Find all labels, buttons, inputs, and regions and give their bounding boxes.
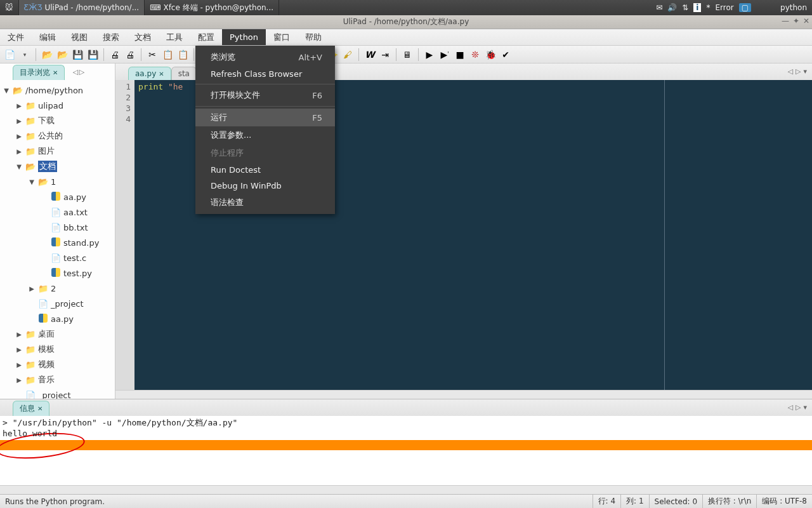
tree-label: 公共的 — [38, 130, 63, 142]
folder-open-icon — [38, 177, 48, 187]
menuitem[interactable]: 运行F5 — [195, 109, 335, 126]
menuitem[interactable]: 语法检查 — [195, 194, 335, 211]
tree-row[interactable]: ▶视频 — [0, 357, 115, 372]
menu-帮助[interactable]: 帮助 — [298, 29, 329, 45]
editor-scrollbar[interactable] — [115, 390, 812, 399]
print-preview-icon[interactable]: 🖨 — [123, 48, 137, 62]
debug-icon[interactable]: 🐞 — [483, 48, 497, 62]
menuitem[interactable]: Debug In WinPdb — [195, 178, 335, 194]
close-button[interactable]: ✕ — [803, 17, 809, 25]
menuitem[interactable]: Refresh Class Browser — [195, 66, 335, 82]
minimize-button[interactable]: — — [782, 17, 789, 25]
display-icon[interactable]: ▢ — [739, 3, 751, 12]
tree-row[interactable]: _project — [0, 296, 115, 311]
menu-工具[interactable]: 工具 — [159, 29, 190, 45]
taskbar-app-terminal[interactable]: ⌨ Xfce 终端 - python@python... — [145, 0, 279, 15]
tree-row[interactable]: ▼1 — [0, 174, 115, 189]
error-label[interactable]: Error — [715, 3, 733, 12]
xfce-menu-button[interactable]: 🐭 — [0, 0, 19, 15]
menu-文件[interactable]: 文件 — [0, 29, 32, 45]
run-args-icon[interactable]: ▶' — [438, 48, 452, 62]
tree-row[interactable]: bb.txt — [0, 220, 115, 235]
code-text[interactable]: print "he — [134, 80, 187, 390]
output-scrollbar[interactable] — [0, 485, 812, 494]
tab-menu-icon[interactable]: ▾ — [803, 67, 807, 76]
tree-row[interactable]: ▶下载 — [0, 113, 115, 128]
next-tab-icon[interactable]: ▷ — [796, 67, 801, 76]
terminal-icon[interactable]: 🖥 — [400, 48, 414, 62]
menu-配置[interactable]: 配置 — [190, 29, 222, 45]
prev-tab-icon[interactable]: ◁ — [788, 67, 793, 76]
wrap-icon[interactable]: W — [363, 48, 377, 62]
user-label[interactable]: python — [780, 3, 807, 12]
output-text[interactable]: > "/usr/bin/python" -u "/home/python/文档/… — [0, 416, 812, 485]
file-tree[interactable]: ▼/home/python▶ulipad▶下载▶公共的▶图片▼文档▼1aa.py… — [0, 80, 115, 399]
tree-row[interactable]: aa.py — [0, 189, 115, 204]
menu-窗口[interactable]: 窗口 — [266, 29, 298, 45]
next-tab-icon[interactable]: ▷ — [79, 68, 84, 76]
volume-icon[interactable]: 🔊 — [667, 3, 677, 12]
tab-menu-icon[interactable]: ▾ — [803, 403, 807, 411]
indent-icon[interactable]: ⇥ — [378, 48, 392, 62]
tree-row[interactable]: ▶2 — [0, 281, 115, 296]
menuitem[interactable]: 类浏览Alt+V — [195, 48, 335, 66]
info-icon[interactable]: i — [693, 3, 701, 12]
tree-row[interactable]: ▶公共的 — [0, 128, 115, 144]
python-menu-dropdown[interactable]: 类浏览Alt+VRefresh Class Browser打开模块文件F6运行F… — [195, 46, 335, 214]
save-all-icon[interactable]: 💾 — [86, 48, 100, 62]
tree-row[interactable]: ▼/home/python — [0, 83, 115, 98]
menu-搜索[interactable]: 搜索 — [95, 29, 127, 45]
tree-row[interactable]: stand.py — [0, 235, 115, 250]
menu-文档[interactable]: 文档 — [127, 29, 159, 45]
prev-tab-icon[interactable]: ◁ — [788, 403, 793, 411]
menu-视图[interactable]: 视图 — [63, 29, 95, 45]
paste-icon[interactable]: 📋 — [176, 48, 190, 62]
menuitem[interactable]: 打开模块文件F6 — [195, 86, 335, 104]
open-multi-icon[interactable]: 📂 — [55, 48, 69, 62]
tree-row[interactable]: _project — [0, 387, 115, 399]
tree-row[interactable]: ▶图片 — [0, 144, 115, 159]
dir-browser-panel: 目录浏览 ✕ ◁ ▷ ▼/home/python▶ulipad▶下载▶公共的▶图… — [0, 64, 115, 399]
cut-icon[interactable]: ✂ — [145, 48, 159, 62]
tree-row[interactable]: test.py — [0, 265, 115, 281]
tree-row[interactable]: ▼文档 — [0, 159, 115, 174]
copy-icon[interactable]: 📋 — [160, 48, 174, 62]
print-icon[interactable]: 🖨 — [108, 48, 122, 62]
menuitem[interactable]: 设置参数... — [195, 126, 335, 144]
new-file-icon[interactable]: 📄 — [3, 48, 16, 62]
new-file-dropdown-icon[interactable]: ▾ — [18, 48, 32, 62]
stop-icon[interactable]: ■ — [453, 48, 467, 62]
close-icon[interactable]: ✕ — [159, 70, 164, 77]
output-tab[interactable]: 信息 ✕ — [13, 401, 49, 416]
doctest-icon[interactable]: ❊ — [468, 48, 482, 62]
tree-row[interactable]: test.c — [0, 250, 115, 265]
menu-python[interactable]: Python — [222, 29, 266, 45]
bluetooth-icon[interactable]: * — [706, 3, 710, 12]
close-icon[interactable]: ✕ — [37, 405, 43, 412]
maximize-button[interactable]: ✦ — [793, 17, 799, 25]
menu-编辑[interactable]: 编辑 — [32, 29, 63, 45]
taskbar-app-ulipad[interactable]: ƸӜƷ UliPad - /home/python/... — [19, 0, 145, 15]
tree-row[interactable]: ▶音乐 — [0, 372, 115, 387]
run-icon[interactable]: ▶ — [422, 48, 436, 62]
next-tab-icon[interactable]: ▷ — [796, 403, 801, 411]
status-bar: Runs the Python program. 行: 4 列: 1 Selec… — [0, 494, 812, 508]
tree-row[interactable]: ▶桌面 — [0, 326, 115, 342]
status-row: 行: 4 — [593, 495, 622, 508]
save-icon[interactable]: 💾 — [70, 48, 84, 62]
menuitem[interactable]: Run Doctest — [195, 162, 335, 178]
network-icon[interactable]: ⇅ — [682, 3, 688, 12]
tree-row[interactable]: ▶模板 — [0, 342, 115, 357]
brush-icon[interactable]: 🖌 — [341, 48, 355, 62]
tree-row[interactable]: aa.py — [0, 311, 115, 326]
editor-tab[interactable]: aa.py ✕ — [128, 67, 171, 80]
close-icon[interactable]: ✕ — [53, 69, 58, 76]
prev-tab-icon[interactable]: ◁ — [72, 68, 77, 76]
dir-browser-tab[interactable]: 目录浏览 ✕ — [13, 65, 65, 80]
mail-icon[interactable]: ✉ — [656, 3, 662, 12]
editor-tab[interactable]: sta — [171, 67, 197, 80]
tree-row[interactable]: ▶ulipad — [0, 98, 115, 113]
open-icon[interactable]: 📂 — [40, 48, 54, 62]
tree-row[interactable]: aa.txt — [0, 204, 115, 220]
check-icon[interactable]: ✔ — [499, 48, 513, 62]
